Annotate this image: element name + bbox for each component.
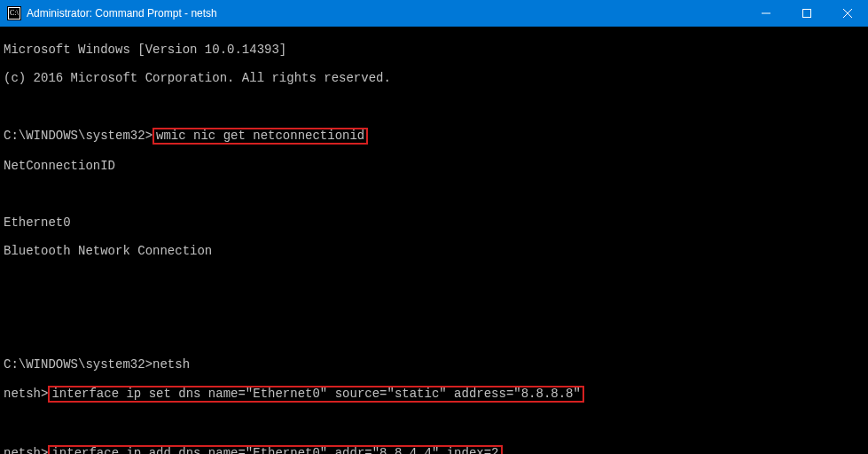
netsh-prompt: netsh> bbox=[4, 446, 48, 454]
window-title: Administrator: Command Prompt - netsh bbox=[27, 7, 217, 20]
highlighted-command: wmic nic get netconnectionid bbox=[152, 128, 368, 145]
output-line: Microsoft Windows [Version 10.0.14393] bbox=[4, 43, 864, 57]
close-button[interactable] bbox=[827, 0, 868, 27]
prompt-line: C:\WINDOWS\system32>netsh bbox=[4, 357, 864, 372]
blank-line bbox=[4, 272, 864, 286]
blank-line bbox=[4, 301, 864, 315]
output-line: Ethernet0 bbox=[4, 215, 864, 230]
minimize-button[interactable] bbox=[746, 0, 786, 27]
command-prompt-window: C:\ Administrator: Command Prompt - nets… bbox=[0, 0, 868, 454]
blank-line bbox=[4, 187, 864, 201]
highlighted-command: interface ip add dns name="Ethernet0" ad… bbox=[48, 445, 502, 454]
blank-line bbox=[4, 417, 864, 431]
svg-rect-5 bbox=[803, 10, 811, 18]
output-line: Bluetooth Network Connection bbox=[4, 244, 864, 258]
output-line: NetConnectionID bbox=[4, 159, 864, 173]
prompt-line: netsh>interface ip set dns name="Etherne… bbox=[4, 386, 864, 403]
titlebar[interactable]: C:\ Administrator: Command Prompt - nets… bbox=[0, 0, 868, 27]
maximize-button[interactable] bbox=[786, 0, 827, 27]
command-text: netsh bbox=[152, 357, 190, 372]
blank-line bbox=[4, 329, 864, 343]
prompt-prefix: C:\WINDOWS\system32> bbox=[4, 357, 152, 372]
highlighted-command: interface ip set dns name="Ethernet0" so… bbox=[48, 386, 584, 403]
svg-text:C:\: C:\ bbox=[10, 9, 20, 17]
cmd-icon: C:\ bbox=[7, 6, 21, 20]
prompt-line: C:\WINDOWS\system32>wmic nic get netconn… bbox=[4, 128, 864, 145]
output-line: (c) 2016 Microsoft Corporation. All righ… bbox=[4, 71, 864, 85]
netsh-prompt: netsh> bbox=[4, 387, 48, 401]
prompt-prefix: C:\WINDOWS\system32> bbox=[4, 129, 152, 143]
prompt-line: netsh>interface ip add dns name="Etherne… bbox=[4, 445, 864, 454]
blank-line bbox=[4, 99, 864, 114]
terminal-output[interactable]: Microsoft Windows [Version 10.0.14393] (… bbox=[0, 27, 868, 454]
